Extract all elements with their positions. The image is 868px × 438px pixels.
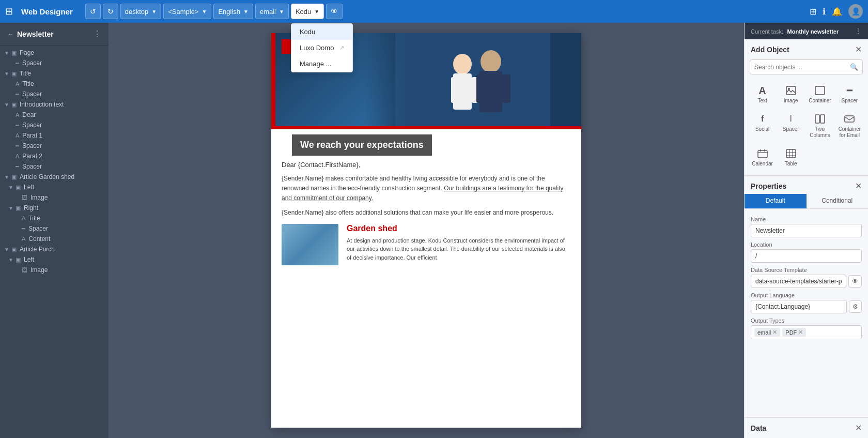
tree-item-paraf2[interactable]: A Paraf 2 <box>0 151 109 161</box>
title-icon: ▣ <box>11 70 17 77</box>
props-outtypes-field: Output Types email ✕ PDF ✕ <box>745 315 868 341</box>
svg-rect-19 <box>786 149 796 158</box>
spacer2-obj-icon: I <box>789 113 792 125</box>
sidebar-tree: ▼ ▣ Page ━ Spacer ▼ ▣ Title A Title <box>0 46 109 438</box>
container-icon: ▣ <box>11 246 17 253</box>
props-location-input[interactable] <box>751 249 862 263</box>
props-outlang-btn[interactable]: ⚙ <box>849 300 862 313</box>
tree-item-title[interactable]: ▼ ▣ Title <box>0 68 109 79</box>
app-title: Web Designer <box>21 7 73 16</box>
tree-item-spacer-3[interactable]: ━ Spacer <box>0 120 109 130</box>
svg-rect-3 <box>451 77 458 103</box>
theme-select[interactable]: Kodu ▼ <box>291 4 324 19</box>
props-datasource-wrapper: 👁 <box>751 275 862 288</box>
tree-item-spacer-5[interactable]: ━ Spacer <box>0 161 109 172</box>
obj-spacer2[interactable]: I Spacer <box>778 110 803 142</box>
obj-calendar[interactable]: Calendar <box>750 145 775 170</box>
language-select-arrow: ▼ <box>243 9 249 14</box>
obj-table[interactable]: Table <box>778 145 803 170</box>
tree-item-spacer-4[interactable]: ━ Spacer <box>0 141 109 151</box>
tab-conditional[interactable]: Conditional <box>807 194 869 208</box>
undo-button[interactable]: ↺ <box>85 4 101 19</box>
section-icon: ▣ <box>16 205 21 212</box>
props-tag-pdf: PDF ✕ <box>782 328 806 337</box>
data-title: Data <box>751 424 766 432</box>
calendar-obj-icon <box>757 148 768 159</box>
theme-dropdown-wrapper[interactable]: Kodu ▼ Kodu Luxo Domo ↗ Manage ... <box>291 4 324 19</box>
props-datasource-label: Data Source Template <box>751 267 862 273</box>
redo-button[interactable]: ↻ <box>103 4 118 19</box>
output-select[interactable]: email ▼ <box>255 4 289 19</box>
props-tags-add-input[interactable] <box>808 328 858 337</box>
tree-item-dear[interactable]: A Dear <box>0 110 109 120</box>
tree-item-page[interactable]: ▼ ▣ Page <box>0 48 109 58</box>
sidebar-back-icon[interactable]: ← <box>7 30 14 38</box>
sample-select[interactable]: <Sample> ▼ <box>163 4 211 19</box>
obj-image[interactable]: Image <box>778 82 803 107</box>
add-object-title: Add Object <box>751 46 789 54</box>
props-tag-email: email ✕ <box>754 328 780 337</box>
chevron-icon: ▼ <box>4 71 9 77</box>
tree-item-spacer-6[interactable]: ━ Spacer <box>0 223 109 234</box>
props-tag-pdf-remove[interactable]: ✕ <box>798 329 803 336</box>
task-more-btn[interactable]: ⋮ <box>855 27 862 35</box>
tree-item-content-1[interactable]: A Content <box>0 234 109 244</box>
chevron-icon: ▼ <box>4 174 9 180</box>
device-select[interactable]: desktop ▼ <box>120 4 161 19</box>
preview-button[interactable]: 👁 <box>326 4 343 19</box>
tab-default[interactable]: Default <box>745 194 807 208</box>
obj-social[interactable]: f Social <box>750 110 775 142</box>
props-datasource-field: Data Source Template 👁 <box>745 265 868 290</box>
tree-item-title-a[interactable]: A Title <box>0 79 109 89</box>
obj-text-label: Text <box>757 98 767 104</box>
tree-item-left-2[interactable]: ▼ ▣ Left <box>0 254 109 265</box>
tree-item-image-1[interactable]: 🖼 Image <box>0 192 109 203</box>
tree-item-spacer-1[interactable]: ━ Spacer <box>0 58 109 68</box>
tree-item-left-1[interactable]: ▼ ▣ Left <box>0 182 109 192</box>
tree-item-right-1[interactable]: ▼ ▣ Right <box>0 203 109 213</box>
props-tag-email-remove[interactable]: ✕ <box>772 329 777 336</box>
props-outlang-label: Output Language <box>751 292 862 298</box>
chevron-icon: ▼ <box>4 247 9 252</box>
obj-text[interactable]: A Text <box>750 82 775 107</box>
text-icon: A <box>22 236 25 242</box>
add-object-section: Add Object ✕ 🔍 A Text <box>745 39 868 176</box>
svg-rect-13 <box>820 115 825 123</box>
grid-icon[interactable]: ⊞ <box>5 6 13 17</box>
theme-option-manage[interactable]: Manage ... <box>291 56 352 72</box>
props-close-btn[interactable]: ✕ <box>855 181 862 191</box>
tree-item-article-garden[interactable]: ▼ ▣ Article Garden shed <box>0 172 109 182</box>
grid2-icon[interactable]: ⊞ <box>810 7 816 17</box>
bell-icon[interactable]: 🔔 <box>832 7 842 17</box>
add-object-close[interactable]: ✕ <box>855 44 862 54</box>
obj-two-columns[interactable]: Two Columns <box>807 110 833 142</box>
props-datasource-eye-btn[interactable]: 👁 <box>848 275 862 288</box>
props-name-input[interactable] <box>751 224 862 237</box>
current-task-value: Monthly newsletter <box>787 28 839 35</box>
obj-spacer[interactable]: ━ Spacer <box>836 82 863 107</box>
props-outlang-field: Output Language ⚙ <box>745 290 868 315</box>
obj-container[interactable]: Container <box>807 82 833 107</box>
language-select[interactable]: English ▼ <box>213 4 253 19</box>
tree-item-spacer-2[interactable]: ━ Spacer <box>0 89 109 99</box>
obj-container-email[interactable]: Container for Email <box>836 110 863 142</box>
tree-item-article-porch[interactable]: ▼ ▣ Article Porch <box>0 244 109 254</box>
avatar[interactable]: 👤 <box>848 4 863 19</box>
sidebar-more-button[interactable]: ⋮ <box>93 29 101 39</box>
props-outlang-input[interactable] <box>751 300 847 313</box>
theme-option-kodu[interactable]: Kodu <box>291 24 352 40</box>
tree-item-paraf1[interactable]: A Paraf 1 <box>0 130 109 141</box>
tree-item-intro[interactable]: ▼ ▣ Introduction text <box>0 99 109 110</box>
props-datasource-input[interactable] <box>751 275 846 288</box>
svg-rect-14 <box>845 116 854 122</box>
tree-item-title-2[interactable]: A Title <box>0 213 109 223</box>
theme-option-luxo-domo[interactable]: Luxo Domo ↗ <box>291 40 352 56</box>
search-input[interactable] <box>750 61 846 74</box>
data-close-btn[interactable]: ✕ <box>855 423 862 433</box>
info-icon[interactable]: ℹ <box>823 7 826 17</box>
sidebar-title: Newsletter <box>17 30 54 38</box>
tree-item-image-2[interactable]: 🖼 Image <box>0 265 109 275</box>
search-icon[interactable]: 🔍 <box>846 60 862 74</box>
text-icon: A <box>16 132 19 139</box>
theme-dropdown: Kodu Luxo Domo ↗ Manage ... <box>291 23 353 72</box>
